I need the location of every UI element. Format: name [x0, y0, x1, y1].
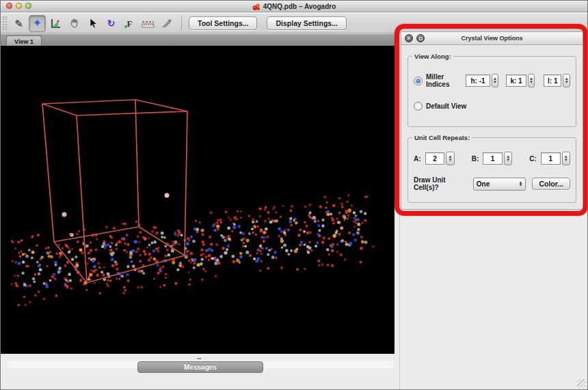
rotate-arrow-icon: ↻ — [107, 18, 116, 28]
view-tab-bar: View 1 — [1, 33, 395, 46]
unit-cell-repeats-legend: Unit Cell Repeats: — [412, 134, 472, 141]
toolbar-separator — [181, 16, 182, 31]
tool-settings-button[interactable]: Tool Settings... — [189, 16, 257, 30]
window-title: 4QNQ.pdb – Avogadro — [263, 3, 336, 10]
repeat-a-stepper[interactable]: ▲▼ — [446, 152, 454, 165]
panel-title: Crystal View Options — [401, 35, 583, 42]
pencil-icon: ✎ — [14, 18, 23, 29]
miller-l-spinbox[interactable]: l: 1 — [544, 74, 561, 87]
miller-indices-label: Miller Indices — [426, 73, 459, 88]
navigate-tool-button[interactable]: ✦ — [29, 15, 46, 32]
draw-unit-cells-label: Draw Unit Cell(s)? — [414, 176, 468, 191]
repeat-c-spinbox[interactable]: 1 — [541, 152, 561, 165]
repeat-b-stepper[interactable]: ▲▼ — [504, 152, 512, 165]
draw-tool-button[interactable]: ✎ — [10, 15, 27, 32]
dock-divider — [399, 33, 400, 390]
repeat-a-label: A: — [414, 155, 421, 163]
ruler-icon — [142, 18, 155, 29]
crystal-view-options-panel: × Crystal View Options View Along: Mille… — [401, 31, 583, 210]
title-bar: 4QNQ.pdb – Avogadro — [1, 1, 587, 12]
panel-header[interactable]: × Crystal View Options — [401, 32, 583, 45]
avogadro-logo-icon — [252, 3, 260, 11]
bond-centric-tool-button[interactable] — [47, 15, 64, 32]
view-along-legend: View Along: — [412, 53, 453, 60]
hand-icon — [69, 18, 80, 29]
repeat-b-spinbox[interactable]: 1 — [483, 152, 503, 165]
float-icon — [419, 37, 423, 40]
auto-optimize-icon: F — [127, 19, 133, 28]
molecule-svg — [1, 46, 395, 354]
avogadro-window: 4QNQ.pdb – Avogadro ✎ ✦ — [0, 0, 588, 390]
auto-optimize-tool-button[interactable]: F — [121, 15, 138, 32]
splitter-handle[interactable] — [197, 358, 202, 359]
cursor-arrow-icon — [88, 18, 98, 29]
unit-cell-repeats-group: Unit Cell Repeats: A: 2 ▲▼ B: 1 ▲▼ C: 1 … — [407, 137, 576, 203]
default-view-label: Default View — [426, 102, 466, 110]
align-axes-icon — [161, 18, 172, 29]
toolbar-drag-handle[interactable] — [3, 16, 7, 30]
miller-indices-radio[interactable] — [414, 76, 423, 85]
align-tool-button[interactable] — [158, 15, 175, 32]
miller-h-spinbox[interactable]: h: -1 — [466, 74, 490, 87]
display-settings-button[interactable]: Display Settings... — [267, 16, 346, 30]
repeat-c-label: C: — [529, 155, 537, 163]
manipulate-tool-button[interactable] — [66, 15, 83, 32]
panel-float-button[interactable] — [416, 34, 425, 42]
gl-viewport[interactable] — [1, 46, 395, 354]
tab-view-1[interactable]: View 1 — [6, 36, 42, 46]
miller-l-stepper[interactable]: ▲▼ — [563, 74, 570, 87]
resize-grip[interactable] — [577, 379, 586, 388]
popup-selected-value: One — [477, 180, 490, 188]
repeat-c-stepper[interactable]: ▲▼ — [562, 152, 570, 165]
miller-k-spinbox[interactable]: k: 1 — [506, 74, 526, 87]
main-toolbar: ✎ ✦ ↻ F — [1, 13, 587, 33]
miller-h-stepper[interactable]: ▲▼ — [492, 74, 499, 87]
bond-centric-icon — [50, 18, 62, 29]
view-along-group: View Along: Miller Indices h: -1 ▲▼ k: 1… — [407, 56, 576, 127]
color-button[interactable]: Color... — [532, 178, 570, 190]
draw-unit-cells-popup[interactable]: One ▲▼ — [473, 178, 526, 191]
popup-arrows-icon: ▲▼ — [518, 181, 522, 186]
selection-tool-button[interactable] — [84, 15, 101, 32]
messages-button[interactable]: Messages — [137, 361, 263, 373]
auto-rotate-tool-button[interactable]: ↻ — [103, 15, 120, 32]
bottom-dock-area: Messages — [1, 354, 395, 390]
panel-close-button[interactable]: × — [405, 34, 413, 42]
repeat-b-label: B: — [472, 155, 479, 163]
navigate-star-icon: ✦ — [33, 18, 42, 29]
default-view-radio[interactable] — [414, 102, 423, 111]
measure-tool-button[interactable] — [139, 15, 157, 32]
miller-k-stepper[interactable]: ▲▼ — [528, 74, 535, 87]
repeat-a-spinbox[interactable]: 2 — [425, 152, 445, 165]
